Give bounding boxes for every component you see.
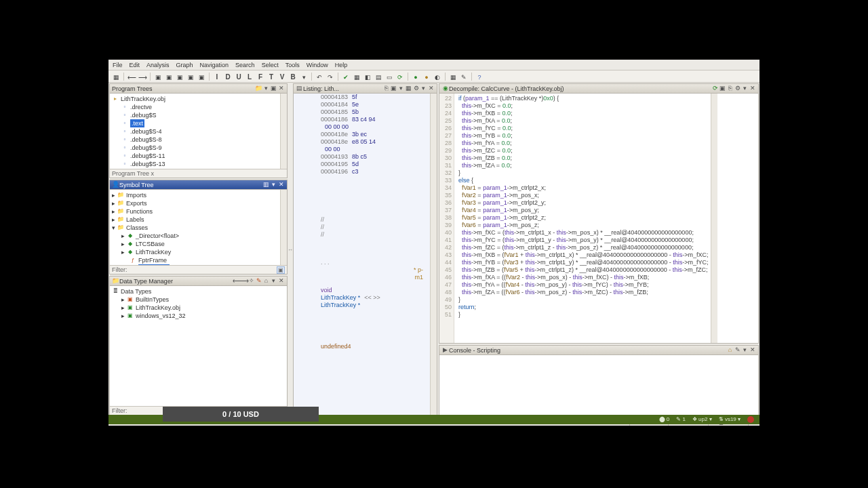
tray-item[interactable]: ✎ 1 [676, 416, 686, 423]
stop-icon[interactable]: ● [422, 72, 431, 81]
tb-T[interactable]: T [267, 72, 276, 81]
listing-line[interactable]: 000041938b c5 [294, 153, 430, 161]
filter-icon[interactable]: ▥ [262, 181, 270, 188]
opt-icon[interactable]: ▾ [397, 85, 405, 92]
collapse-icon[interactable]: ▾ [262, 85, 270, 92]
listing-line[interactable]: 0000418683 c4 94 [294, 116, 430, 123]
program-tree-item[interactable]: ▫.debug$S-14 [112, 168, 278, 169]
listing-line[interactable]: 00 00 00 [294, 123, 430, 131]
program-tree-tab[interactable]: Program Tree x [110, 169, 287, 178]
undo-icon[interactable]: ↶ [315, 72, 324, 81]
save-icon[interactable]: ▦ [111, 72, 121, 81]
struct-icon[interactable]: ▦ [352, 72, 361, 81]
doc-icon[interactable]: ▣ [153, 72, 163, 81]
tb-L[interactable]: L [245, 72, 254, 81]
tb-F[interactable]: F [256, 72, 265, 81]
pencil-icon[interactable]: ✎ [255, 277, 262, 285]
symbol-tree-title[interactable]: 👤 Symbol Tree ▥ ▾ ✕ [110, 180, 287, 190]
doc4-icon[interactable]: ▣ [186, 72, 195, 81]
table-icon[interactable]: ▤ [374, 72, 383, 81]
options-icon[interactable]: ▾ [270, 181, 277, 188]
tb-D[interactable]: D [223, 72, 233, 81]
refresh-icon[interactable]: ⟳ [395, 72, 405, 81]
tb-B[interactable]: B [288, 72, 298, 81]
graph-icon[interactable]: ◧ [363, 72, 372, 81]
symbol-tree-folder[interactable]: ▸📁Functions [112, 207, 278, 216]
menu-help[interactable]: Help [335, 62, 348, 68]
hex-icon[interactable]: ▦ [405, 85, 412, 92]
brk-icon[interactable]: ◐ [433, 72, 442, 81]
menu-tools[interactable]: Tools [285, 62, 300, 68]
symbol-filter[interactable]: Filter: ▣ [110, 265, 287, 274]
decompile-title[interactable]: ◉ Decompile: CalcCurve - (LithTrackKey.o… [439, 84, 758, 94]
symbol-tree-folder[interactable]: ▸📁Labels [112, 216, 278, 224]
tb-V[interactable]: V [277, 72, 287, 81]
menu-icon[interactable]: ▾ [270, 277, 277, 285]
tb-I[interactable]: I [212, 72, 222, 81]
symbol-tree-folder[interactable]: ▸📁Imports [112, 191, 278, 199]
symbol-tree[interactable]: ▸📁Imports▸📁Exports▸📁Functions▸📁Labels ▾📁… [110, 190, 280, 265]
symbol-item[interactable]: ƒFptrFrame [112, 256, 278, 264]
symbol-tree-folder[interactable]: ▸📁Exports [112, 199, 278, 207]
mem-icon[interactable]: ▦ [448, 72, 458, 81]
listing-line[interactable]: 000041845e [294, 101, 430, 108]
edit-icon[interactable]: ✎ [734, 346, 741, 354]
program-tree-item[interactable]: ▫.text [112, 119, 278, 127]
program-tree[interactable]: ▸LithTrackKey.obj ▫.drectve▫.debug$S▫.te… [110, 94, 280, 169]
listing-line[interactable]: 000041955d [294, 161, 430, 168]
program-tree-item[interactable]: ▫.drectve [112, 103, 278, 111]
close-icon[interactable]: ✕ [427, 85, 435, 92]
menu-graph[interactable]: Graph [176, 62, 193, 68]
dtm-item[interactable]: ▸ ▣LithTrackKey.obj [112, 304, 285, 312]
fwd-icon[interactable]: ⟶ [138, 72, 147, 81]
dtm-item[interactable]: ▸ ▣BuiltInTypes [112, 296, 285, 304]
close-icon[interactable]: ✕ [749, 85, 756, 92]
dtm-item[interactable]: ▸ ▣windows_vs12_32 [112, 312, 285, 320]
program-tree-item[interactable]: ▫.debug$S-13 [112, 160, 278, 168]
close-icon[interactable]: ✕ [277, 181, 285, 188]
menu-select[interactable]: Select [262, 62, 279, 68]
close-icon[interactable]: ✕ [749, 346, 756, 354]
home-icon[interactable]: ⌂ [726, 346, 734, 354]
cam-icon[interactable]: ▣ [270, 85, 277, 92]
listing-title[interactable]: ▤ Listing: Lith... ⎘ ▣ ▾ ▦ ⚙ ▾ ✕ [294, 84, 437, 94]
fwd-icon[interactable]: ⟶ [240, 277, 248, 285]
listing-view[interactable]: 000041835f000041845e000041855b0000418683… [294, 94, 430, 415]
scrollbar[interactable] [280, 94, 287, 169]
copy-icon[interactable]: ⎘ [382, 85, 390, 92]
snap-icon[interactable]: ⚙ [734, 85, 741, 92]
listing-line[interactable]: 000041835f [294, 94, 430, 101]
tray-item[interactable]: ⬤ 0 [659, 416, 670, 423]
program-tree-item[interactable]: ▫.debug$S-4 [112, 127, 278, 136]
win-icon[interactable]: ▭ [384, 72, 394, 81]
scrollbar[interactable] [711, 94, 717, 343]
dtm-title[interactable]: 📁 Data Type Manager ⟵ ⟶ ✧ ✎ ⌂ ▾ ✕ [110, 277, 287, 286]
console-title[interactable]: ▶ Console - Scripting ⌂ ✎ ▾ ✕ [439, 346, 758, 355]
tb-U[interactable]: U [234, 72, 243, 81]
more-icon[interactable]: ▾ [420, 85, 427, 92]
notification-dot-icon[interactable] [747, 416, 754, 423]
menu-edit[interactable]: Edit [130, 62, 140, 68]
new-folder-icon[interactable]: 📁 [255, 85, 262, 92]
program-tree-item[interactable]: ▫.debug$S-11 [112, 152, 278, 160]
class-item[interactable]: ▸◆LithTrackKey [112, 248, 278, 256]
help-icon[interactable]: ? [475, 72, 484, 81]
dropdown-icon[interactable]: ▾ [299, 72, 309, 81]
symbol-item[interactable]: ƒCalcCurve [112, 264, 278, 265]
paste-icon[interactable]: ▣ [390, 85, 397, 92]
dtm-tree[interactable]: ≣Data Types ▸ ▣BuiltInTypes▸ ▣LithTrackK… [110, 286, 287, 321]
play-icon[interactable]: ● [411, 72, 420, 81]
decompile-view[interactable]: 2223242526272829303132333435363738394041… [439, 94, 711, 343]
program-tree-item[interactable]: ▫.debug$S [112, 111, 278, 119]
home-icon[interactable]: ⌂ [262, 277, 270, 285]
copy-icon[interactable]: ⎘ [726, 85, 734, 92]
filter-apply-icon[interactable]: ▣ [277, 266, 285, 274]
close-icon[interactable]: ✕ [277, 277, 285, 285]
redo-icon[interactable]: ↷ [326, 72, 335, 81]
doc3-icon[interactable]: ▣ [175, 72, 184, 81]
listing-line[interactable]: 0000418ee8 05 14 [294, 138, 430, 146]
menu-navigation[interactable]: Navigation [200, 62, 229, 68]
menu-file[interactable]: File [113, 62, 123, 68]
program-tree-item[interactable]: ▫.debug$S-8 [112, 136, 278, 144]
refresh-icon[interactable]: ⟳ [711, 85, 719, 92]
